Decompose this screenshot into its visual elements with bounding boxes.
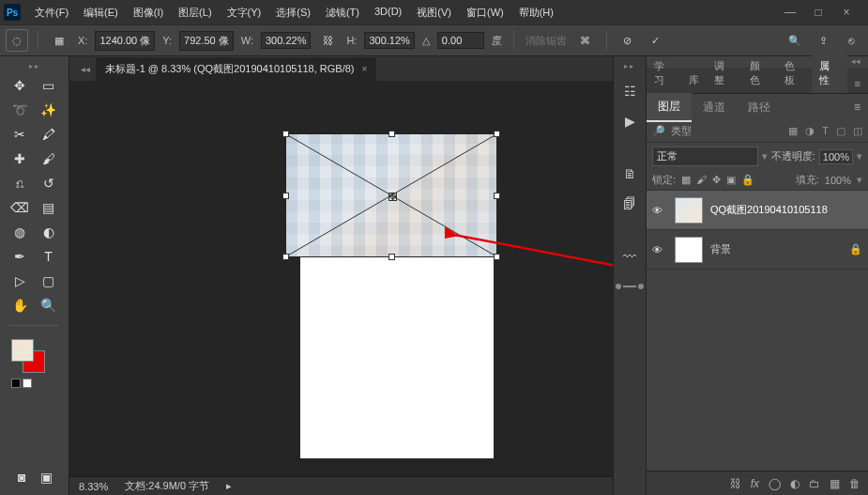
brush-panel-icon[interactable]: 〰: [619, 246, 640, 267]
new-layer-icon[interactable]: ▦: [830, 477, 840, 490]
transform-handle[interactable]: [388, 254, 395, 260]
clone-stamp-icon[interactable]: ⎌: [8, 173, 32, 193]
menu-type[interactable]: 文字(Y): [221, 2, 268, 23]
new-group-icon[interactable]: 🗀: [809, 477, 820, 490]
gradient-tool-icon[interactable]: ▤: [37, 197, 61, 218]
transform-center-icon[interactable]: [388, 193, 397, 201]
menu-3d[interactable]: 3D(D): [368, 2, 408, 23]
type-tool-icon[interactable]: T: [37, 246, 61, 267]
fill-field[interactable]: 100%: [825, 175, 851, 186]
menu-filter[interactable]: 滤镜(T): [319, 2, 366, 23]
close-button[interactable]: ×: [838, 6, 855, 19]
cancel-icon[interactable]: ⊘: [617, 29, 639, 52]
pen-tool-icon[interactable]: ✒: [8, 246, 32, 267]
menu-window[interactable]: 窗口(W): [460, 2, 510, 23]
export-icon[interactable]: ⎋: [840, 29, 862, 52]
magic-wand-icon[interactable]: ✨: [37, 100, 61, 120]
filter-shape-icon[interactable]: ▢: [836, 125, 845, 137]
warp-icon[interactable]: ⌘: [574, 29, 597, 52]
menu-edit[interactable]: 编辑(E): [77, 2, 125, 23]
tab-properties[interactable]: 属性: [812, 54, 846, 93]
panel-menu-icon[interactable]: ≡: [847, 74, 868, 93]
dodge-tool-icon[interactable]: ◐: [37, 222, 61, 242]
canvas[interactable]: [69, 81, 613, 476]
transform-tool-icon[interactable]: ◌: [6, 29, 28, 52]
quick-mask-icon[interactable]: ◙: [9, 467, 34, 487]
history-panel-icon[interactable]: ☷: [619, 81, 640, 101]
filter-pixel-icon[interactable]: ▦: [788, 125, 798, 137]
transform-handle[interactable]: [282, 193, 289, 199]
angle-field[interactable]: 0.00: [437, 32, 484, 49]
toolbox-handle[interactable]: ▸▸: [2, 62, 67, 71]
layer-row[interactable]: 👁 QQ截图20190410105118: [647, 191, 868, 230]
opacity-field[interactable]: 100%: [819, 149, 853, 164]
character-panel-icon[interactable]: 🗎: [619, 163, 640, 184]
tab-layers[interactable]: 图层: [647, 93, 692, 122]
lock-position-icon[interactable]: ✥: [712, 174, 721, 186]
visibility-icon[interactable]: 👁: [652, 205, 667, 216]
tab-channels[interactable]: 通道: [692, 94, 737, 121]
rail-handle[interactable]: ▸▸: [624, 62, 635, 71]
lasso-tool-icon[interactable]: ➰: [8, 100, 32, 120]
minimize-button[interactable]: —: [782, 6, 799, 19]
transform-handle[interactable]: [388, 131, 395, 137]
share-icon[interactable]: ⇪: [812, 29, 834, 52]
lock-artboard-icon[interactable]: ▣: [726, 174, 736, 186]
eyedropper-icon[interactable]: 🖍: [37, 124, 61, 145]
w-field[interactable]: 300.22%: [261, 32, 311, 49]
menu-view[interactable]: 视图(V): [410, 2, 458, 23]
delete-layer-icon[interactable]: 🗑: [849, 477, 860, 490]
blur-tool-icon[interactable]: ◍: [8, 222, 32, 242]
layer-name[interactable]: 背景: [710, 242, 842, 256]
default-colors-icon[interactable]: [11, 379, 21, 388]
maximize-button[interactable]: □: [810, 6, 827, 19]
status-menu-icon[interactable]: ▸: [226, 480, 232, 492]
tab-libraries[interactable]: 库: [681, 68, 707, 93]
h-field[interactable]: 300.12%: [364, 32, 414, 49]
menu-select[interactable]: 选择(S): [269, 2, 317, 23]
reference-point-icon[interactable]: ▦: [48, 29, 70, 52]
move-tool-icon[interactable]: ✥: [8, 75, 32, 96]
zoom-tool-icon[interactable]: 🔍: [37, 295, 61, 316]
hand-tool-icon[interactable]: ✋: [8, 295, 32, 316]
tab-swatches[interactable]: 色板: [777, 54, 812, 93]
foreground-color-swatch[interactable]: [11, 339, 34, 362]
layer-thumbnail[interactable]: [675, 237, 703, 263]
actions-panel-icon[interactable]: ▶: [619, 111, 640, 131]
filter-smart-icon[interactable]: ◫: [853, 125, 862, 137]
eraser-tool-icon[interactable]: ⌫: [8, 197, 32, 218]
tab-paths[interactable]: 路径: [737, 94, 782, 121]
menu-layer[interactable]: 图层(L): [172, 2, 218, 23]
zoom-level[interactable]: 8.33%: [79, 481, 108, 492]
document-tab[interactable]: 未标题-1 @ 8.33% (QQ截图20190410105118, RGB/8…: [96, 56, 376, 81]
tab-collapse-icon[interactable]: ◂◂: [75, 64, 96, 74]
x-field[interactable]: 1240.00 像: [95, 31, 155, 51]
layer-mask-icon[interactable]: ◯: [769, 477, 781, 490]
healing-brush-icon[interactable]: ✚: [8, 148, 32, 169]
blend-mode-select[interactable]: 正常: [652, 147, 758, 166]
tab-learn[interactable]: 学习: [647, 54, 681, 93]
crop-tool-icon[interactable]: ✂: [8, 124, 32, 145]
transform-handle[interactable]: [282, 254, 289, 260]
lock-all-icon[interactable]: 🔒: [741, 174, 754, 186]
shape-tool-icon[interactable]: ▢: [37, 271, 61, 291]
history-brush-icon[interactable]: ↺: [37, 173, 61, 193]
tab-color[interactable]: 颜色: [742, 54, 777, 93]
layer-row[interactable]: 👁 背景 🔒: [647, 230, 868, 270]
filter-search-icon[interactable]: 🔎: [652, 125, 665, 137]
paragraph-panel-icon[interactable]: 🗐: [619, 193, 640, 214]
transform-handle[interactable]: [282, 131, 289, 137]
menu-image[interactable]: 图像(I): [127, 2, 170, 23]
lock-transparent-icon[interactable]: ▩: [681, 174, 691, 186]
lock-pixels-icon[interactable]: 🖌: [696, 174, 707, 186]
close-tab-icon[interactable]: ×: [362, 64, 368, 74]
search-icon[interactable]: 🔍: [784, 29, 806, 52]
visibility-icon[interactable]: 👁: [652, 244, 667, 255]
transform-handle[interactable]: [494, 193, 500, 199]
filter-type-icon[interactable]: T: [822, 125, 829, 137]
commit-icon[interactable]: ✓: [645, 29, 667, 52]
menu-file[interactable]: 文件(F): [28, 2, 75, 23]
swap-colors-icon[interactable]: [23, 379, 32, 388]
layer-name[interactable]: QQ截图20190410105118: [710, 203, 862, 217]
tab-adjust[interactable]: 调整: [707, 54, 741, 93]
